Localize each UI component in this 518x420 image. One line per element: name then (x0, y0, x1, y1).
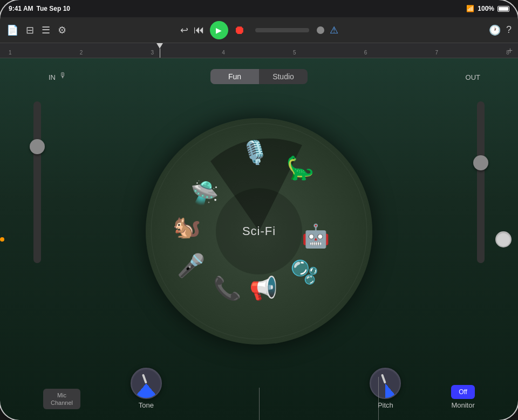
mic-pencil-icon[interactable]: 🎙 (59, 71, 67, 80)
ruler-mark-7: 7 (435, 50, 439, 56)
ruler-mark-6: 6 (364, 50, 367, 56)
mode-tabs: Fun Studio (210, 69, 308, 84)
timeline-ruler: 1 2 3 4 5 6 7 8 + (0, 43, 518, 58)
history-icon[interactable]: 🕐 (489, 24, 501, 36)
callout-line-right (378, 377, 379, 420)
channel-label: Channel (51, 400, 73, 406)
voice-icon-robot[interactable]: 🤖 (302, 222, 330, 249)
add-track-button[interactable]: + (508, 46, 513, 56)
pitch-knob[interactable] (370, 368, 401, 399)
out-label: OUT (466, 73, 480, 81)
record-button[interactable]: ⏺ (234, 23, 246, 37)
mixer-icon[interactable]: ☰ (42, 24, 50, 36)
input-slider[interactable] (33, 101, 41, 263)
skip-back-button[interactable]: ⏮ (194, 24, 205, 36)
ruler-mark-4: 4 (222, 50, 225, 56)
voice-icon-bubbles[interactable]: 🫧 (290, 259, 318, 285)
monitor-control-group: Off Monitor (451, 385, 475, 409)
tone-control-group: Tone (131, 368, 162, 409)
input-slider-thumb[interactable] (30, 139, 45, 154)
volume-slider[interactable] (255, 28, 309, 32)
tab-studio[interactable]: Studio (259, 69, 308, 84)
monitor-button[interactable]: Off (451, 385, 475, 399)
ruler-mark-3: 3 (151, 50, 154, 56)
home-button[interactable] (495, 231, 512, 247)
voice-icon-mic[interactable]: 🎙️ (241, 139, 269, 165)
mic-channel-button[interactable]: Mic Channel (43, 389, 80, 409)
playhead[interactable] (156, 43, 163, 58)
svg-point-1 (216, 188, 302, 274)
battery-indicator (497, 6, 509, 12)
output-slider[interactable] (477, 101, 485, 263)
mic-label: Mic (57, 392, 66, 398)
ipad-frame: 9:41 AM Tue Sep 10 📶 100% 📄 ⊟ ☰ ⚙ ↩ ⏮ ▶ … (0, 0, 518, 420)
track-view-icon[interactable]: ⊟ (26, 24, 34, 36)
edge-indicator (0, 237, 4, 242)
output-slider-thumb[interactable] (473, 155, 488, 170)
monitor-state: Off (459, 388, 467, 396)
status-bar: 9:41 AM Tue Sep 10 📶 100% (0, 0, 518, 17)
battery-percentage: 100% (478, 5, 494, 12)
callout-line-left (259, 388, 260, 420)
toolbar: 📄 ⊟ ☰ ⚙ ↩ ⏮ ▶ ⏺ ⚠ 🕐 ? (0, 17, 518, 43)
mic-channel-group: Mic Channel (43, 389, 80, 409)
voice-icon-mic2[interactable]: 🎤 (177, 252, 205, 278)
in-label: IN (49, 73, 56, 81)
playhead-line (160, 49, 160, 58)
ruler-marks: 1 2 3 4 5 6 7 8 (0, 50, 518, 56)
wifi-icon: 📶 (466, 5, 474, 12)
tab-fun[interactable]: Fun (210, 69, 259, 84)
voice-icon-monster[interactable]: 🦕 (286, 154, 314, 181)
new-document-icon[interactable]: 📄 (6, 24, 18, 36)
pitch-label: Pitch (378, 401, 393, 409)
ruler-mark-1: 1 (9, 50, 12, 56)
help-icon[interactable]: ? (506, 24, 512, 36)
voice-icon-megaphone[interactable]: 📢 (249, 274, 277, 301)
tone-knob[interactable] (131, 368, 162, 399)
volume-knob (317, 26, 324, 34)
status-time: 9:41 AM (9, 5, 33, 12)
playhead-triangle (156, 43, 163, 49)
undo-button[interactable]: ↩ (180, 24, 188, 36)
tone-label: Tone (139, 401, 154, 409)
voice-wheel: 🛸 🎙️ 🦕 🤖 🫧 📢 📞 🎤 🐿️ Sci-Fi (146, 118, 372, 345)
main-content: IN 🎙 OUT Fun Studio (0, 58, 518, 420)
play-button[interactable]: ▶ (210, 21, 228, 39)
voice-icon-chipmunk[interactable]: 🐿️ (173, 214, 201, 240)
monitor-label: Monitor (451, 401, 474, 409)
ruler-mark-2: 2 (80, 50, 83, 56)
pitch-control-group: Pitch (370, 368, 401, 409)
status-date: Tue Sep 10 (37, 5, 70, 12)
voice-icon-ufo[interactable]: 🛸 (190, 180, 219, 206)
settings-icon[interactable]: ⚙ (58, 24, 66, 36)
voice-icon-telephone[interactable]: 📞 (213, 274, 241, 301)
ruler-mark-5: 5 (293, 50, 296, 56)
warning-icon[interactable]: ⚠ (330, 24, 338, 36)
wheel-outer[interactable]: 🛸 🎙️ 🦕 🤖 🫧 📢 📞 🎤 🐿️ Sci-Fi (146, 118, 372, 345)
